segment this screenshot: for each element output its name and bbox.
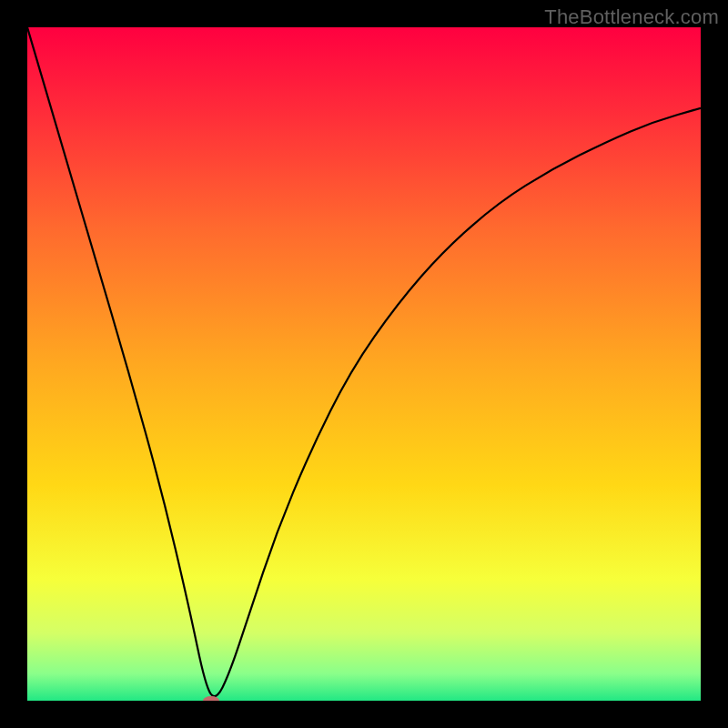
bottleneck-chart xyxy=(27,27,701,701)
attribution-label: TheBottleneck.com xyxy=(544,5,719,29)
gradient-background xyxy=(27,27,701,701)
plot-area xyxy=(27,27,701,701)
chart-container: TheBottleneck.com xyxy=(0,0,728,728)
